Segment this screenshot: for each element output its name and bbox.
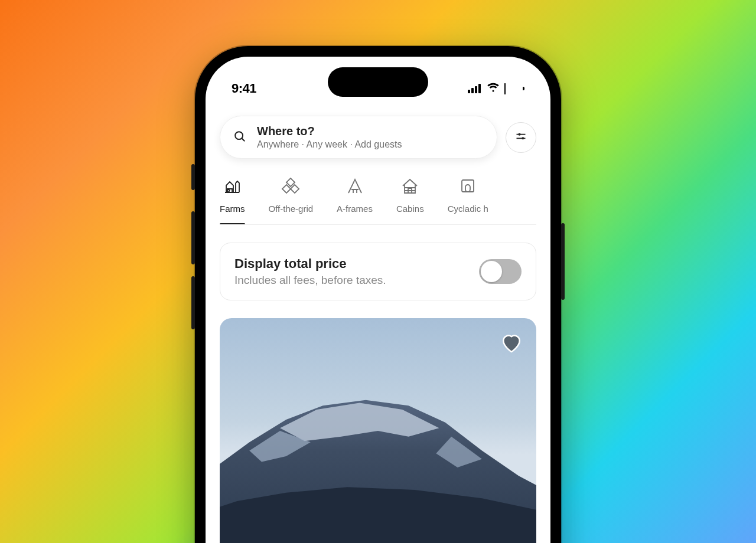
phone-side-button	[191, 276, 195, 329]
cabin-icon	[400, 176, 419, 198]
sliders-icon	[515, 130, 527, 145]
tab-cycladic[interactable]: Cycladic h	[448, 176, 488, 224]
svg-line-1	[242, 138, 245, 141]
tab-label: Cycladic h	[448, 204, 488, 214]
cellular-icon	[468, 84, 482, 93]
search-title: Where to?	[257, 125, 402, 138]
price-toggle-title: Display total price	[234, 256, 386, 272]
dynamic-island	[328, 67, 428, 97]
tab-farms[interactable]: Farms	[220, 176, 245, 224]
wifi-icon	[487, 82, 500, 95]
phone-side-button	[191, 164, 195, 190]
search-icon	[233, 130, 246, 145]
tab-off-the-grid[interactable]: Off-the-grid	[269, 176, 314, 224]
app-content: Where to? Anywhere · Any week · Add gues…	[206, 116, 550, 543]
svg-point-3	[518, 133, 520, 135]
svg-point-5	[522, 137, 524, 139]
phone-screen: 9:41 Where to	[206, 57, 550, 543]
status-time: 9:41	[232, 81, 256, 96]
svg-rect-10	[465, 185, 470, 192]
phone-frame: 9:41 Where to	[195, 46, 561, 543]
search-bar[interactable]: Where to? Anywhere · Any week · Add gues…	[220, 116, 497, 159]
price-toggle-subtitle: Includes all fees, before taxes.	[234, 274, 386, 287]
listing-image-mountain	[220, 397, 536, 543]
phone-side-button	[191, 211, 195, 264]
toggle-knob	[481, 261, 502, 282]
tab-label: Farms	[220, 204, 245, 214]
aframe-icon	[346, 176, 364, 198]
heart-icon	[500, 346, 523, 356]
tab-label: Off-the-grid	[269, 204, 314, 214]
battery-icon	[504, 84, 524, 93]
status-indicators	[468, 82, 524, 95]
phone-side-button	[561, 223, 565, 300]
tab-label: A-frames	[337, 204, 373, 214]
price-toggle-switch[interactable]	[479, 259, 522, 284]
search-text: Where to? Anywhere · Any week · Add gues…	[257, 125, 402, 150]
cycladic-icon	[458, 176, 477, 198]
grid-icon	[281, 176, 300, 198]
display-total-price-card: Display total price Includes all fees, b…	[220, 243, 536, 300]
filter-button[interactable]	[506, 122, 536, 153]
tab-a-frames[interactable]: A-frames	[337, 176, 373, 224]
tab-cabins[interactable]: Cabins	[396, 176, 424, 224]
farm-icon	[223, 176, 242, 198]
search-subtitle: Anywhere · Any week · Add guests	[257, 139, 402, 150]
tab-label: Cabins	[396, 204, 424, 214]
category-tabs: Farms Off-the-grid A-frames	[220, 176, 536, 225]
svg-point-0	[235, 132, 243, 139]
price-toggle-text: Display total price Includes all fees, b…	[234, 256, 386, 287]
listing-card[interactable]	[220, 318, 536, 543]
svg-rect-9	[462, 180, 474, 192]
favorite-button[interactable]	[500, 331, 523, 355]
